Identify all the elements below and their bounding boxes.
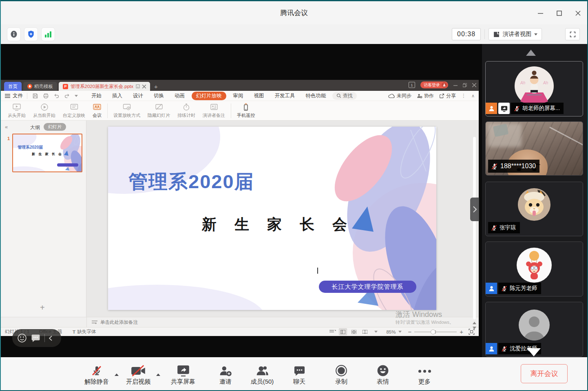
security-button[interactable] xyxy=(24,27,38,41)
tab-home[interactable]: 首页 xyxy=(4,82,22,91)
zoom-percent[interactable]: 85% xyxy=(386,329,396,334)
collapse-panel-button[interactable]: « xyxy=(5,124,8,130)
scroll-up-button[interactable] xyxy=(526,50,536,56)
slide-sorter-button[interactable] xyxy=(350,328,358,335)
ribbon-hide-slide[interactable]: 隐藏幻灯片 xyxy=(144,103,174,119)
ribbon-setup-show[interactable]: 设置放映方式 xyxy=(110,103,144,119)
file-menu[interactable]: 文件 xyxy=(1,92,27,99)
menu-devtools[interactable]: 开发工具 xyxy=(270,92,301,100)
participant-tile[interactable]: 陈元芳老师 xyxy=(485,242,583,297)
fullscreen-button[interactable] xyxy=(565,28,580,40)
tab-templates[interactable]: 稻壳模板 xyxy=(23,82,57,91)
menu-start[interactable]: 开始 xyxy=(86,92,107,100)
mic-options-caret[interactable] xyxy=(115,373,119,376)
emoji-quick-icon[interactable] xyxy=(17,333,27,343)
collaborate-icon xyxy=(417,93,422,99)
chevron-left-icon[interactable] xyxy=(49,336,52,341)
ribbon-from-current[interactable]: 从当前开始 xyxy=(29,103,59,119)
next-slide-icon[interactable] xyxy=(473,327,476,329)
participant-tile[interactable]: Ah Ah 胡老师的屏幕... xyxy=(485,61,583,116)
collapse-video-panel-handle[interactable] xyxy=(470,198,479,221)
slide-thumbnail[interactable]: 管理系2020届 新 生 家 长 会 xyxy=(12,134,82,172)
notes-icon xyxy=(92,320,97,324)
save-icon[interactable] xyxy=(32,93,38,99)
canvas-scrollbar[interactable] xyxy=(473,137,476,319)
guest-login-button[interactable]: 访客登录 xyxy=(420,81,448,88)
network-status-button[interactable] xyxy=(41,27,55,41)
menu-design[interactable]: 设计 xyxy=(128,92,148,100)
pin-icon[interactable] xyxy=(136,84,140,88)
members-button[interactable]: 成员(50) xyxy=(245,363,279,386)
ribbon-speaker-notes[interactable]: 演讲者备注 xyxy=(199,103,229,119)
wps-minimize-icon[interactable] xyxy=(453,83,458,87)
more-button[interactable]: 更多 xyxy=(407,363,442,386)
redo-icon[interactable] xyxy=(64,93,70,99)
toolbar-expand-icon[interactable] xyxy=(75,95,78,97)
zoom-slider-knob[interactable] xyxy=(431,329,435,334)
reading-view-button[interactable] xyxy=(361,328,369,335)
zoom-in-button[interactable]: + xyxy=(460,328,463,335)
scroll-down-button[interactable] xyxy=(527,348,541,356)
floating-reactions-bar[interactable] xyxy=(12,329,61,347)
reactions-button[interactable]: 表情 xyxy=(366,363,400,386)
share-button[interactable]: 分享 xyxy=(439,92,456,99)
normal-view-button[interactable] xyxy=(339,328,347,335)
leave-meeting-button[interactable]: 离开会议 xyxy=(521,364,568,383)
wps-restore-icon[interactable] xyxy=(463,83,467,87)
fit-to-window-icon[interactable] xyxy=(469,329,475,335)
maximize-button[interactable] xyxy=(553,7,565,19)
minimize-button[interactable] xyxy=(534,7,546,19)
find-button[interactable]: 查找 xyxy=(332,92,357,100)
more-menu-icon[interactable]: ⋮ xyxy=(461,93,466,99)
mic-muted-icon xyxy=(513,105,520,112)
ribbon-meeting[interactable]: 会议 xyxy=(89,103,105,119)
ribbon-rehearse-timing[interactable]: 排练计时 xyxy=(174,103,199,119)
menu-features[interactable]: 特色功能 xyxy=(301,92,332,100)
sync-status-button[interactable]: 未同步 xyxy=(388,92,411,99)
unmute-button[interactable]: 解除静音 xyxy=(80,363,114,386)
slide-nav-buttons[interactable] xyxy=(473,322,476,329)
participant-tile[interactable]: 张宇琼 xyxy=(485,182,583,236)
zoom-out-button[interactable]: − xyxy=(408,328,411,335)
ribbon-phone-remote[interactable]: 手机遥控 xyxy=(233,103,259,119)
menu-animation[interactable]: 动画 xyxy=(169,92,190,100)
share-screen-button[interactable]: 共享屏幕 xyxy=(166,363,200,386)
view-mode-button[interactable]: 演讲者视图 xyxy=(489,28,542,40)
menu-view[interactable]: 视图 xyxy=(249,92,270,100)
undo-icon[interactable] xyxy=(53,93,60,99)
menu-transition[interactable]: 切换 xyxy=(148,92,169,100)
record-button[interactable]: 录制 xyxy=(324,363,358,386)
zoom-slider[interactable] xyxy=(414,329,457,334)
start-video-button[interactable]: 开启视频 xyxy=(121,363,155,386)
print-icon[interactable] xyxy=(43,93,49,99)
tab-templates-label: 稻壳模板 xyxy=(34,83,53,90)
video-options-caret[interactable] xyxy=(156,373,160,376)
chat-button[interactable]: 聊天 xyxy=(282,363,316,386)
menu-slideshow-active[interactable]: 幻灯片放映 xyxy=(192,92,226,100)
missing-font-label[interactable]: 缺失字体 xyxy=(77,329,96,335)
collaborate-button[interactable]: 协作 xyxy=(417,92,434,99)
tab-close-icon[interactable] xyxy=(142,85,146,88)
view-mode-label: 演讲者视图 xyxy=(503,31,531,38)
outline-tab[interactable]: 大纲 xyxy=(30,124,40,131)
prev-slide-icon[interactable] xyxy=(473,322,476,324)
chat-quick-icon[interactable] xyxy=(31,334,40,343)
ribbon-custom-show[interactable]: 自定义放映 xyxy=(59,103,89,119)
zoom-caret[interactable] xyxy=(398,331,402,333)
menu-insert[interactable]: 插入 xyxy=(107,92,128,100)
close-button[interactable] xyxy=(572,7,584,19)
tab-document-active[interactable]: P 管理系2020届新生家长会.pptx xyxy=(59,82,150,91)
view-options-caret[interactable] xyxy=(374,331,378,333)
new-tab-button[interactable]: + xyxy=(154,83,158,90)
notes-toggle-icon[interactable] xyxy=(329,329,336,334)
collapse-ribbon-icon[interactable]: ∧ xyxy=(471,93,475,99)
wps-close-icon[interactable] xyxy=(472,83,476,87)
slides-tab-active[interactable]: 幻灯片 xyxy=(44,123,66,131)
slide[interactable]: 管理系2020届 新 生 家 长 会 长江大学文理学院管理系 xyxy=(108,127,436,310)
menu-review[interactable]: 审阅 xyxy=(228,92,249,100)
meeting-info-button[interactable] xyxy=(7,27,21,41)
invite-button[interactable]: 邀请 xyxy=(208,363,243,386)
ribbon-from-beginning[interactable]: 从头开始 xyxy=(4,103,29,119)
add-slide-button[interactable]: + xyxy=(40,303,45,312)
participant-tile[interactable]: 188****1030 xyxy=(485,121,583,176)
